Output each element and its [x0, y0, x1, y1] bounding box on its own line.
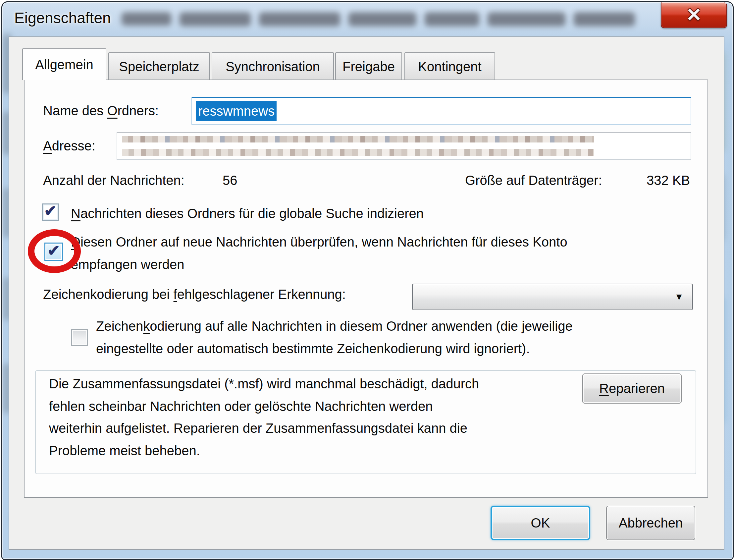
redacted-address-pixelation	[122, 136, 594, 156]
background-blur-artifact	[180, 12, 251, 26]
tab-label: Speicherplatz	[119, 59, 199, 74]
close-icon: ✕	[686, 6, 702, 24]
disk-size-value: 332 KB	[647, 173, 690, 188]
screenshot-root: Eigenschaften ✕ Allgemein Speicherplatz …	[0, 0, 734, 560]
tab-speicherplatz[interactable]: Speicherplatz	[108, 52, 210, 80]
cancel-button-label: Abbrechen	[619, 516, 683, 531]
background-blur-artifact	[424, 12, 479, 26]
ok-button[interactable]: OK	[490, 506, 590, 540]
tab-allgemein[interactable]: Allgemein	[22, 48, 106, 80]
message-count-value: 56	[223, 173, 238, 188]
apply-encoding-label-line1[interactable]: Zeichenkodierung auf alle Nachrichten in…	[96, 319, 573, 334]
folder-name-input[interactable]: resswmnews	[192, 97, 691, 125]
close-button[interactable]: ✕	[661, 2, 727, 28]
tab-label: Allgemein	[35, 57, 93, 72]
tab-label: Freigabe	[343, 59, 395, 74]
address-label: Adresse:	[43, 139, 95, 153]
tab-freigabe[interactable]: Freigabe	[335, 52, 402, 80]
fallback-encoding-label: Zeichenkodierung bei fehlgeschlagener Er…	[43, 287, 346, 302]
folder-name-label: Name des Ordners:	[43, 103, 159, 118]
background-blur-artifact	[259, 12, 340, 26]
repair-button-label: Reparieren	[599, 381, 665, 396]
tab-synchronisation[interactable]: Synchronisation	[212, 52, 334, 80]
address-field[interactable]	[117, 132, 691, 160]
tab-label: Synchronisation	[226, 59, 320, 74]
index-global-search-checkbox[interactable]: ✔	[42, 203, 59, 221]
background-blur-artifact	[487, 12, 565, 26]
tab-label: Kontingent	[418, 59, 481, 74]
apply-encoding-checkbox[interactable]	[71, 329, 88, 346]
apply-encoding-label-line2[interactable]: eingestellte oder automatisch bestimmte …	[96, 341, 530, 356]
message-count-label: Anzahl der Nachrichten:	[43, 173, 185, 188]
tab-kontingent[interactable]: Kontingent	[404, 52, 495, 80]
background-blur-artifact	[574, 12, 635, 26]
background-blur-artifact	[349, 12, 416, 26]
disk-size-label: Größe auf Datenträger:	[465, 173, 602, 188]
repair-button[interactable]: Reparieren	[582, 373, 682, 404]
repair-text-line3: weiterhin aufgelistet. Reparieren der Zu…	[49, 421, 467, 436]
folder-name-selected-text: resswmnews	[196, 101, 277, 121]
repair-text-line2: fehlen scheinbar Nachrichten oder gelösc…	[49, 399, 432, 414]
annotation-circle	[28, 229, 81, 273]
ok-button-label: OK	[531, 516, 550, 531]
repair-text-line4: Probleme meist beheben.	[49, 443, 200, 458]
chevron-down-icon: ▼	[674, 292, 684, 302]
window-title: Eigenschaften	[14, 9, 111, 27]
check-icon: ✔	[44, 203, 57, 218]
cancel-button[interactable]: Abbrechen	[606, 506, 695, 540]
repair-text-line1: Die Zusammenfassungsdatei (*.msf) wird m…	[49, 376, 479, 391]
check-new-messages-label-line1[interactable]: Diesen Ordner auf neue Nachrichten überp…	[71, 235, 567, 250]
fallback-encoding-dropdown[interactable]: ▼	[412, 284, 693, 310]
background-blur-artifact	[122, 12, 171, 26]
check-new-messages-label-line2[interactable]: empfangen werden	[71, 257, 184, 272]
index-global-search-label[interactable]: Nachrichten dieses Ordners für die globa…	[71, 206, 423, 221]
